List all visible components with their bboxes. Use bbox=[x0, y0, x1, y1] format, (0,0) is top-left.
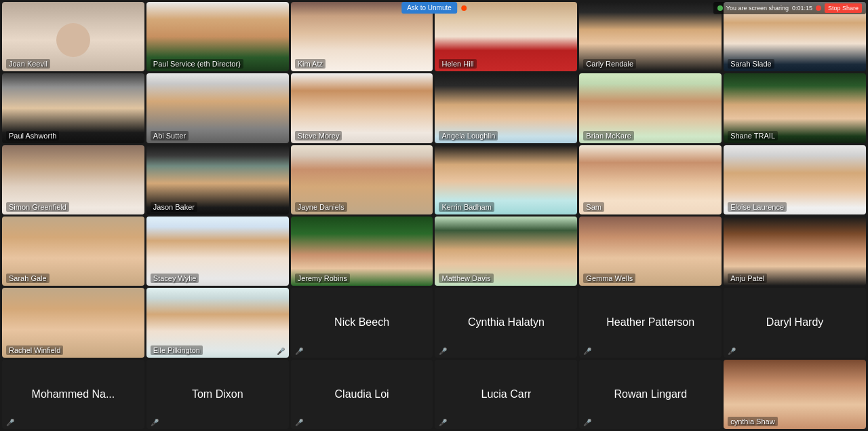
mute-icon: 🎤 bbox=[583, 419, 591, 426]
notification-dot bbox=[461, 5, 467, 11]
participant-name: Nick Beech bbox=[329, 316, 395, 329]
participant-name: Rowan Lingard bbox=[608, 388, 692, 400]
participant-cell: Gemma Wells bbox=[579, 217, 722, 286]
participant-name: Matthew Davis bbox=[439, 274, 493, 283]
mute-icon: 🎤 bbox=[295, 419, 303, 426]
timer-label: 0:01:15 bbox=[792, 5, 812, 12]
participant-cell: Nick Beech 🎤 bbox=[291, 288, 433, 357]
participant-name: Sarah Gale bbox=[6, 274, 50, 283]
participant-cell: Elle Pilkington 🎤 bbox=[146, 288, 289, 357]
mute-icon: 🎤 bbox=[583, 348, 591, 355]
participant-cell: Cynthia Halatyn 🎤 bbox=[435, 288, 577, 357]
participant-name: Cynthia Halatyn bbox=[462, 316, 550, 329]
participant-name: Shane TRAIL bbox=[728, 131, 778, 140]
participant-name: Simon Greenfield bbox=[6, 202, 69, 212]
participant-cell: Kerrin Badham bbox=[435, 145, 577, 214]
participant-cell: Heather Patterson 🎤 bbox=[579, 288, 722, 357]
participant-name: Gemma Wells bbox=[583, 274, 635, 283]
participant-name: Joan Keevil bbox=[6, 59, 50, 69]
participant-name: Abi Sutter bbox=[151, 131, 189, 140]
participant-name: Kim Atz bbox=[295, 59, 326, 69]
participant-name: Stacey Wylie bbox=[151, 274, 199, 283]
participant-cell: Paul Ashworth bbox=[2, 73, 144, 143]
participant-cell: Rowan Lingard🎤 bbox=[579, 360, 722, 429]
participant-cell: Paul Service (eth Director) bbox=[146, 2, 289, 71]
participant-name: Helen Hill bbox=[439, 59, 476, 69]
participant-cell: Anju Patel bbox=[724, 217, 866, 286]
participant-name: Sam bbox=[583, 202, 604, 212]
green-dot bbox=[717, 5, 723, 11]
mute-icon: 🎤 bbox=[728, 348, 736, 355]
participant-cell: Daryl Hardy 🎤 bbox=[724, 288, 866, 357]
participant-name: Eloise Laurence bbox=[728, 202, 787, 212]
participant-name: Jason Baker bbox=[151, 202, 197, 212]
participant-name: Paul Service (eth Director) bbox=[151, 59, 243, 69]
participant-cell: Lucia Carr🎤 bbox=[435, 360, 577, 429]
participant-cell: Sam bbox=[579, 145, 722, 214]
participant-cell: Eloise Laurence bbox=[724, 145, 866, 214]
participant-name: Rachel Winfield bbox=[6, 345, 63, 355]
participant-cell: Jayne Daniels bbox=[291, 145, 433, 214]
participant-cell: Joan Keevil bbox=[2, 2, 144, 71]
mute-icon: 🎤 bbox=[277, 348, 285, 355]
participant-name: Paul Ashworth bbox=[6, 131, 59, 140]
participant-name: Angela Loughlin bbox=[439, 131, 498, 140]
participant-cell: Jeremy Robins bbox=[291, 217, 433, 286]
mute-icon: 🎤 bbox=[439, 348, 447, 355]
participant-cell: Shane TRAIL bbox=[724, 73, 866, 143]
participant-cell: Sarah Gale bbox=[2, 217, 144, 286]
participant-cell: Matthew Davis bbox=[435, 217, 577, 286]
participant-name: Kerrin Badham bbox=[439, 202, 494, 212]
participant-name: Jayne Daniels bbox=[295, 202, 347, 212]
participant-name: Carly Rendale bbox=[583, 59, 636, 69]
participant-name: Jeremy Robins bbox=[295, 274, 350, 283]
ask-unmute-button[interactable]: Ask to Unmute bbox=[401, 2, 457, 14]
participant-cell: Claudia Loi🎤 bbox=[291, 360, 433, 429]
participant-cell: Abi Sutter bbox=[146, 73, 289, 143]
participant-cell: Rachel Winfield bbox=[2, 288, 144, 357]
participant-cell: Stacey Wylie bbox=[146, 217, 289, 286]
participant-name: Mohammed Na... bbox=[26, 388, 121, 400]
participant-cell: Simon Greenfield bbox=[2, 145, 144, 214]
mute-icon: 🎤 bbox=[295, 348, 303, 355]
participant-cell: Steve Morey bbox=[291, 73, 433, 143]
participant-cell: Angela Loughlin bbox=[435, 73, 577, 143]
screen-share-label: You are screen sharing bbox=[726, 5, 789, 12]
participant-cell: Mohammed Na...🎤 bbox=[2, 360, 144, 429]
red-dot bbox=[816, 5, 821, 11]
participant-name: Daryl Hardy bbox=[761, 316, 829, 329]
participant-cell: Carly Rendale bbox=[579, 2, 722, 71]
participant-name: Heather Patterson bbox=[601, 316, 700, 329]
mute-icon: 🎤 bbox=[151, 419, 159, 426]
participant-name: Anju Patel bbox=[728, 274, 767, 283]
mute-icon: 🎤 bbox=[6, 419, 14, 426]
participant-name: Tom Dixon bbox=[186, 388, 249, 400]
participant-name: Elle Pilkington bbox=[151, 345, 203, 355]
participant-cell: Tom Dixon🎤 bbox=[146, 360, 289, 429]
participant-name: Claudia Loi bbox=[330, 388, 395, 400]
participant-cell: Brian McKare bbox=[579, 73, 722, 143]
stop-share-button[interactable]: Stop Share bbox=[825, 3, 862, 13]
participant-cell: Jason Baker bbox=[146, 145, 289, 214]
participant-name: Steve Morey bbox=[295, 131, 342, 140]
participant-cell: cynthia Shaw bbox=[724, 360, 866, 429]
participant-name: Sarah Slade bbox=[728, 59, 774, 69]
participant-name: Lucia Carr bbox=[476, 388, 537, 400]
mute-icon: 🎤 bbox=[439, 419, 447, 426]
participant-name: cynthia Shaw bbox=[728, 417, 777, 426]
participant-name: Brian McKare bbox=[583, 131, 634, 140]
